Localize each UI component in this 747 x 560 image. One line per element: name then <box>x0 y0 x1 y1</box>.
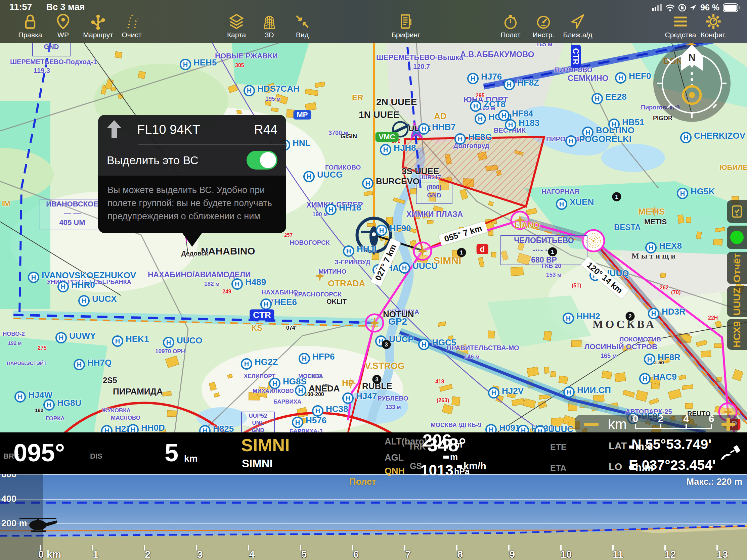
traffic-callsign: R44 <box>254 123 278 137</box>
scale-tick-label: 0 <box>633 413 639 424</box>
zoom-in-button[interactable] <box>721 418 735 431</box>
toolbar-label: Вид <box>282 31 323 39</box>
scale-tick-label: 2 <box>658 413 664 424</box>
traffic-heading-arrow-icon <box>107 120 122 139</box>
side-tab-отчёт[interactable]: Отчёт <box>727 252 747 284</box>
highlight-toggle-switch[interactable] <box>247 151 278 169</box>
scale-tick-label: 6 <box>709 413 715 424</box>
air-navigation-app: ШЕРЕМЕТЬЕВО-Подход-1119.3НОВЫЕ РЖАВКИ305… <box>0 0 747 560</box>
compass-widget[interactable]: N <box>647 38 737 129</box>
stopwatch-icon <box>502 13 519 30</box>
moving-map[interactable]: ШЕРЕМЕТЬЕВО-Подход-1119.3НОВЫЕ РЖАВКИ305… <box>0 43 747 432</box>
popup-pointer-tail <box>182 233 202 247</box>
toolbar-button-view-arrows[interactable]: Вид <box>282 13 323 39</box>
profile-max-altitude: Макс.: 220 m <box>686 477 742 487</box>
toolbar-button-nav-arrow[interactable]: Ближ.а/д <box>558 13 598 39</box>
qnh-value: 1013 <box>420 462 454 479</box>
dis-label: DIS <box>90 452 102 461</box>
map-scale-bar: km 0246 <box>575 415 738 434</box>
alt-label: ALT(baro) <box>385 436 427 447</box>
profile-distance-label: 2 <box>145 549 151 560</box>
ete-label: ETE <box>550 443 567 452</box>
popup-description: Вы можете выделить ВС. Удобно при полете… <box>98 176 286 233</box>
toolbar-button-route-dashed[interactable]: Очист <box>111 13 152 39</box>
alt-unit: m <box>455 440 462 450</box>
profile-distance-label: 0 km <box>38 549 61 560</box>
qnh-label: QNH <box>385 466 405 476</box>
profile-distance-label: 8 <box>457 549 463 560</box>
green-status-dot-icon <box>730 231 744 244</box>
status-icons: 96 % <box>652 3 740 12</box>
status-time: 11:57Вс 3 мая <box>9 2 85 12</box>
highlight-toggle-label: Выделить это ВС <box>107 154 199 167</box>
compass-north-letter: N <box>688 52 696 63</box>
checklist-icon <box>729 204 744 219</box>
profile-distance-label: 4 <box>249 549 255 560</box>
toolbar-label: Брифинг <box>386 31 426 39</box>
side-tab-green-dot[interactable] <box>727 225 747 249</box>
profile-distance-label: 10 <box>561 549 572 560</box>
waypoint-sub: SIMNI <box>242 457 273 470</box>
profile-altitude-label: 600 <box>1 474 17 480</box>
alt-value: 206 <box>422 430 452 451</box>
location-arrow-icon <box>690 4 697 11</box>
scale-tick-label: 4 <box>683 413 689 424</box>
layers-icon <box>228 13 245 30</box>
eta-label: ETA <box>550 463 566 473</box>
pin-icon <box>54 13 72 30</box>
elevation-profile[interactable]: ПолетМакс.: 220 m600400200 m0 km12345678… <box>0 474 747 560</box>
flight-data-bar: BRG 095° DIS 5 km SIMNI SIMNI TRK 348° G… <box>0 432 747 474</box>
battery-icon <box>723 3 740 12</box>
briefing-doc-icon <box>397 13 414 30</box>
toolbar-button-gear[interactable]: Конфиг. <box>693 13 733 39</box>
gear-icon <box>705 13 722 30</box>
profile-distance-label: 9 <box>509 549 515 560</box>
route-icon <box>89 13 107 30</box>
view-arrows-icon <box>293 13 311 30</box>
toolbar-button-pin[interactable]: WP <box>43 13 83 39</box>
route-dashed-icon <box>123 13 140 30</box>
traffic-info-popup: FL10 94KT R44 Выделить это ВС Вы можете … <box>98 115 286 233</box>
map-background <box>0 43 747 432</box>
cellular-icon <box>652 4 662 11</box>
active-waypoint[interactable]: SIMNI <box>241 435 289 455</box>
lon-label: LO <box>609 461 622 472</box>
side-tab-label: UUUZ <box>731 287 743 315</box>
profile-title: Полет <box>349 477 376 487</box>
top-toolbar: 11:57Вс 3 мая 96 % <box>0 0 747 43</box>
agl-value: m <box>443 452 458 462</box>
toolbar-button-briefing-doc[interactable]: Брифинг <box>386 13 426 39</box>
lat-value: N 55°53.749' <box>632 436 712 452</box>
agl-label: AGL <box>385 453 404 463</box>
side-tab-uuuz[interactable]: UUUZ <box>727 286 747 317</box>
scale-ruler: 0246 <box>636 418 712 431</box>
menu-lines-icon <box>672 13 689 30</box>
side-tab-checklist[interactable] <box>727 200 747 223</box>
dis-unit: km <box>184 453 198 464</box>
toolbar-label: Очист <box>111 31 152 39</box>
status-date: Вс 3 мая <box>46 2 85 12</box>
lat-label: LAT <box>609 441 627 452</box>
brg-value: 095° <box>14 438 65 467</box>
highlight-toggle-row: Выделить это ВС <box>98 145 286 176</box>
gs-label: GS <box>410 461 422 471</box>
gauge-icon <box>535 13 552 30</box>
nav-arrow-icon <box>569 13 587 30</box>
dis-value: 5 <box>164 438 178 467</box>
switch-knob <box>260 152 276 168</box>
profile-distance-label: 3 <box>197 549 203 560</box>
lon-value: E 037°23.454' <box>629 457 716 473</box>
mesh3d-icon <box>261 13 278 30</box>
zoom-out-button[interactable] <box>584 423 598 426</box>
side-tab-нсх9[interactable]: НСХ9 <box>727 319 747 350</box>
profile-altitude-label: 200 m <box>1 518 27 529</box>
side-tab-label: НСХ9 <box>731 321 743 348</box>
battery-percent: 96 % <box>700 3 719 12</box>
profile-altitude-label: 400 <box>1 494 17 504</box>
toolbar-label: Ближ.а/д <box>558 31 598 39</box>
qnh-unit: hPa <box>454 466 469 476</box>
toolbar-label: Конфиг. <box>693 31 733 39</box>
popup-header: FL10 94KT R44 <box>98 115 286 144</box>
wifi-icon <box>665 4 675 11</box>
profile-distance-label: 12 <box>665 549 676 560</box>
